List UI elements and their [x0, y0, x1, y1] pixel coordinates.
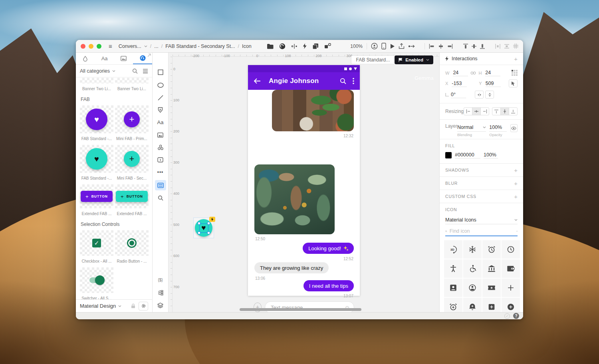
- ellipse-tool[interactable]: [155, 80, 166, 90]
- play-icon[interactable]: [390, 44, 395, 49]
- breadcrumb-project[interactable]: Convers...: [119, 44, 141, 49]
- breadcrumb-ellipsis[interactable]: ...: [154, 44, 158, 49]
- icon-cell-add[interactable]: [502, 279, 520, 297]
- list-item[interactable]: +BUTTON Extended FAB ...: [80, 184, 113, 216]
- height-input[interactable]: [485, 69, 500, 76]
- fill-hex-input[interactable]: [455, 152, 480, 158]
- chevron-down-icon[interactable]: [112, 69, 115, 73]
- layers-tool[interactable]: [155, 300, 166, 311]
- resize-handle[interactable]: [198, 231, 200, 234]
- state-dropdown[interactable]: Enabled: [395, 55, 433, 64]
- align-left-icon[interactable]: [429, 44, 434, 49]
- pin-bottom-button[interactable]: [509, 107, 518, 115]
- library-kit-name[interactable]: Material Design: [80, 303, 116, 309]
- more-tools[interactable]: •••: [155, 167, 166, 177]
- category-filter[interactable]: All categories: [80, 68, 110, 74]
- list-item[interactable]: +BUTTON Extended FAB ...: [115, 184, 149, 216]
- library-scroll-area[interactable]: Banner Two Li... Banner Two Li... FAB ♥ …: [76, 78, 152, 299]
- phone-app-bar[interactable]: Angie Johnson: [248, 72, 360, 90]
- clear-search-icon[interactable]: [516, 229, 518, 233]
- interaction-badge[interactable]: [209, 217, 215, 222]
- list-item[interactable]: + Mini FAB - Sec...: [115, 145, 149, 180]
- lightning-icon[interactable]: [303, 44, 307, 49]
- align-top-icon[interactable]: [463, 44, 468, 49]
- selection-box[interactable]: [199, 224, 208, 233]
- y-input[interactable]: [486, 80, 501, 87]
- add-interaction-button[interactable]: +: [514, 55, 518, 62]
- resize-handle[interactable]: [198, 222, 200, 225]
- add-custom-css-button[interactable]: +: [514, 193, 518, 200]
- anchor-grid-icon[interactable]: [512, 70, 518, 76]
- breadcrumb-component[interactable]: FAB Standard - Secondary St...: [165, 44, 235, 49]
- x-input[interactable]: [452, 80, 467, 87]
- link-dimensions-icon[interactable]: [470, 71, 476, 75]
- flow-arrow-icon[interactable]: [408, 44, 416, 49]
- text-tool[interactable]: Aa: [155, 117, 166, 127]
- add-blur-button[interactable]: +: [514, 180, 518, 187]
- menu-icon[interactable]: ≡: [109, 43, 112, 49]
- add-shadow-button[interactable]: +: [514, 167, 518, 174]
- icon-cell-account-circle[interactable]: [463, 279, 482, 297]
- interactions-header[interactable]: Interactions +: [440, 53, 523, 65]
- pin-left-button[interactable]: [464, 107, 472, 115]
- icon-cell-account-balance-wallet[interactable]: [502, 259, 520, 278]
- close-window-button[interactable]: [81, 44, 85, 49]
- list-item[interactable]: Radio Button - ...: [115, 230, 149, 263]
- find-icon-input[interactable]: [450, 228, 514, 234]
- icon-cell-accessibility[interactable]: [444, 259, 462, 278]
- message-photo-cactus[interactable]: [254, 164, 335, 234]
- rotation-input[interactable]: [451, 91, 466, 98]
- flip-vertical-button[interactable]: [485, 91, 494, 99]
- collapse-panel-icon[interactable]: [147, 53, 151, 57]
- tab-typography[interactable]: Aa: [95, 53, 114, 64]
- zoom-window-button[interactable]: [97, 44, 101, 49]
- folder-icon[interactable]: [267, 44, 274, 49]
- tab-colors[interactable]: [76, 53, 95, 64]
- image-tool[interactable]: [155, 130, 166, 140]
- icon-library-select[interactable]: Material Icons: [445, 216, 518, 224]
- chat-bubble-received[interactable]: They are growing like crazy: [254, 262, 329, 273]
- align-middle-v-icon[interactable]: [472, 44, 476, 49]
- line-tool[interactable]: [155, 93, 166, 103]
- list-item[interactable]: ♥ FAB Standard -...: [80, 105, 113, 141]
- sync-status-icon[interactable]: ✓: [504, 313, 510, 319]
- brand-logo-icon[interactable]: [279, 43, 286, 49]
- interactive-button-tool[interactable]: [155, 154, 166, 165]
- rectangle-tool[interactable]: [155, 67, 166, 77]
- search-icon[interactable]: [340, 78, 346, 84]
- list-item[interactable]: Switcher - All S...: [80, 267, 113, 299]
- icon-cell-access-time[interactable]: [502, 240, 520, 259]
- fill-color-swatch[interactable]: [445, 152, 452, 158]
- component-name-field[interactable]: FAB Standard...: [351, 55, 395, 64]
- distribute-v-icon[interactable]: [504, 44, 510, 49]
- visibility-eye-button[interactable]: [510, 124, 518, 132]
- search-icon[interactable]: [132, 68, 138, 74]
- flip-horizontal-button[interactable]: [475, 91, 484, 99]
- pin-middle-v-button[interactable]: [500, 107, 509, 115]
- icon-cell-accessible[interactable]: [463, 259, 482, 278]
- back-arrow-icon[interactable]: [254, 78, 261, 84]
- selected-fab-element[interactable]: ♥: [193, 218, 214, 238]
- library-settings-button[interactable]: [139, 302, 148, 311]
- opacity-field[interactable]: 100% Opacity: [489, 123, 507, 137]
- canvas-horizontal-scrollbar[interactable]: [240, 308, 361, 311]
- resize-handle[interactable]: [207, 222, 210, 225]
- overflow-menu-icon[interactable]: [353, 78, 354, 84]
- tab-assets[interactable]: [114, 53, 133, 64]
- list-item[interactable]: Banner Two Li...: [115, 78, 149, 91]
- resize-handle[interactable]: [207, 231, 210, 234]
- align-objects-icon[interactable]: [291, 44, 298, 49]
- align-bottom-icon[interactable]: [480, 44, 485, 49]
- icon-cell-account-balance[interactable]: [482, 259, 501, 278]
- icon-cell-access-alarm[interactable]: [482, 240, 501, 259]
- help-button[interactable]: ?: [513, 313, 519, 319]
- align-right-icon[interactable]: [447, 44, 453, 49]
- component-tool[interactable]: [155, 142, 166, 152]
- preview-avatar-icon[interactable]: [371, 43, 378, 49]
- zoom-level[interactable]: 100%: [350, 44, 363, 49]
- fill-opacity-input[interactable]: [484, 152, 498, 158]
- list-item[interactable]: + Mini FAB - Prim...: [115, 105, 149, 141]
- icon-cell-account-box[interactable]: [444, 279, 462, 297]
- align-center-h-icon[interactable]: [438, 44, 444, 49]
- distribute-h-icon[interactable]: [495, 44, 500, 49]
